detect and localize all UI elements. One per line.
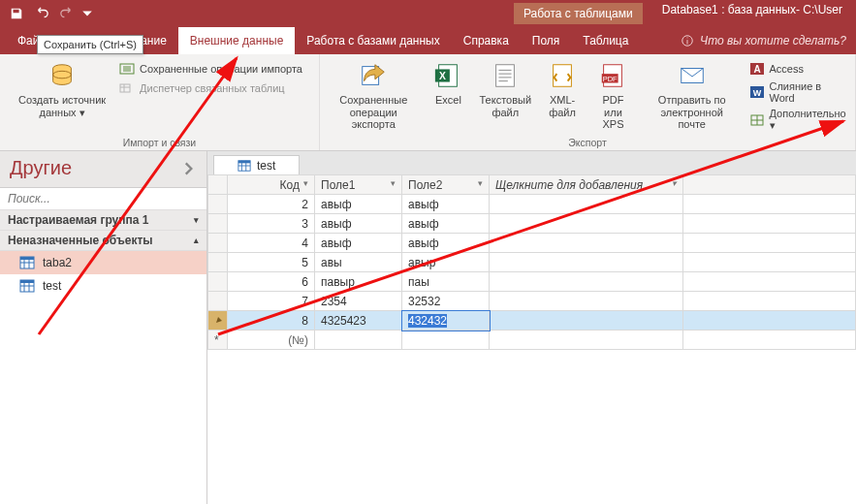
row-header[interactable]	[208, 292, 228, 311]
chevron-down-icon[interactable]: ▾	[303, 178, 308, 188]
import-group-label: Импорт и связи	[123, 135, 196, 148]
cell-id[interactable]: 7	[228, 292, 315, 311]
nav-pane-header[interactable]: Другие	[0, 151, 206, 188]
tab-fields[interactable]: Поля	[521, 27, 572, 54]
column-header-field1[interactable]: Поле1▾	[315, 175, 402, 195]
cell-field2[interactable]: авыф	[402, 195, 490, 214]
tab-external-data[interactable]: Внешние данные	[178, 27, 296, 54]
table-row[interactable]: 4авыфавыф	[208, 234, 856, 253]
export-email-button[interactable]: Отправить по электронной почте	[645, 58, 740, 133]
nav-group-custom[interactable]: Настраиваемая группа 1 ▾	[0, 210, 206, 231]
cell-spacer	[683, 272, 856, 292]
cell-empty[interactable]	[490, 292, 683, 311]
cell-empty[interactable]	[490, 272, 683, 292]
column-header-id[interactable]: Код▾	[228, 175, 315, 195]
table-row[interactable]: 2авыфавыф	[208, 195, 856, 214]
table-row[interactable]: 5авыавыр	[208, 253, 856, 272]
datasheet[interactable]: Код▾ Поле1▾ Поле2▾ Щелкните для добавлен…	[207, 174, 856, 504]
nav-item-test[interactable]: test	[0, 274, 206, 298]
nav-group-unassigned[interactable]: Неназначенные объекты ▴	[0, 231, 206, 251]
nav-search-input[interactable]	[6, 191, 201, 206]
undo-icon[interactable]	[31, 3, 52, 24]
cell-field1[interactable]: авыф	[315, 214, 402, 234]
tell-me-box[interactable]: Что вы хотите сделать?	[681, 27, 856, 54]
cell-id[interactable]: 3	[228, 214, 315, 234]
qat-customize-icon[interactable]	[81, 3, 93, 24]
export-text-button[interactable]: Текстовый файл	[475, 58, 535, 120]
tab-help[interactable]: Справка	[452, 27, 521, 54]
cell-empty[interactable]	[490, 331, 683, 350]
save-icon[interactable]	[6, 3, 27, 24]
saved-imports-button[interactable]: Сохраненные операции импорта	[117, 60, 304, 78]
cell-field1[interactable]: 4325423	[315, 311, 402, 331]
table-row[interactable]: 84325423432432	[208, 311, 856, 331]
cell-id[interactable]: (№)	[228, 331, 315, 350]
cell-empty[interactable]	[490, 234, 683, 253]
cell-field2[interactable]: авыф	[402, 234, 490, 253]
cell-field1[interactable]: авыф	[315, 234, 402, 253]
linked-table-manager-button[interactable]: Диспетчер связанных таблиц	[117, 79, 304, 97]
cell-empty[interactable]	[490, 253, 683, 272]
cell-empty[interactable]	[490, 195, 683, 214]
cell-field2[interactable]: авыр	[402, 253, 490, 272]
cell-field1[interactable]	[315, 331, 402, 350]
row-header[interactable]	[208, 253, 228, 272]
export-xml-button[interactable]: XML- файл	[543, 58, 582, 120]
export-excel-button[interactable]: X Excel	[428, 58, 467, 109]
cell-spacer	[683, 234, 856, 253]
new-row[interactable]: *(№)	[208, 331, 856, 350]
export-word-merge-button[interactable]: W Слияние в Word	[747, 79, 850, 105]
tab-table[interactable]: Таблица	[571, 27, 640, 54]
ribbon: Создать источник данных ▾ Сохраненные оп…	[0, 54, 856, 151]
nav-search-box[interactable]	[0, 188, 206, 210]
nav-item-taba2[interactable]: taba2	[0, 251, 206, 274]
row-header[interactable]	[208, 195, 228, 214]
table-row[interactable]: 3авыфавыф	[208, 214, 856, 234]
tab-file[interactable]: Файл	[6, 27, 35, 54]
cell-empty[interactable]	[490, 311, 683, 331]
cell-id[interactable]: 2	[228, 195, 315, 214]
cell-id[interactable]: 4	[228, 234, 315, 253]
cell-field1[interactable]: авы	[315, 253, 402, 272]
cell-id[interactable]: 8	[228, 311, 315, 331]
row-header[interactable]: *	[208, 331, 228, 350]
cell-empty[interactable]	[490, 214, 683, 234]
tab-database-tools[interactable]: Работа с базами данных	[295, 27, 451, 54]
table-row[interactable]: 6павырпаы	[208, 272, 856, 292]
saved-exports-button[interactable]: Сохраненные операции экспорта	[326, 58, 421, 133]
cell-field2[interactable]	[402, 331, 490, 350]
cell-field1[interactable]: павыр	[315, 272, 402, 292]
row-header[interactable]	[208, 214, 228, 234]
column-header-field2[interactable]: Поле2▾	[402, 175, 490, 195]
table-row[interactable]: 7235432532	[208, 292, 856, 311]
pdf-icon: PDF	[597, 60, 628, 91]
data-table[interactable]: Код▾ Поле1▾ Поле2▾ Щелкните для добавлен…	[207, 174, 856, 350]
row-header[interactable]	[208, 311, 228, 331]
cell-field2[interactable]: паы	[402, 272, 490, 292]
cell-field2[interactable]: авыф	[402, 214, 490, 234]
cell-spacer	[683, 311, 856, 331]
export-access-button[interactable]: A Access	[747, 60, 850, 78]
xml-icon	[547, 60, 578, 91]
export-more-button[interactable]: Дополнительно ▾	[747, 107, 850, 133]
export-pdf-button[interactable]: PDF PDF или XPS	[589, 58, 637, 133]
cell-id[interactable]: 5	[228, 253, 315, 272]
chevron-down-icon[interactable]: ▾	[391, 178, 396, 188]
chevron-down-icon[interactable]: ▾	[672, 178, 677, 188]
row-header[interactable]	[208, 234, 228, 253]
redo-icon[interactable]	[56, 3, 78, 24]
cell-field2[interactable]: 432432	[402, 311, 490, 331]
new-data-source-button[interactable]: Создать источник данных ▾	[15, 58, 110, 120]
cell-spacer	[683, 292, 856, 311]
cell-field1[interactable]: авыф	[315, 195, 402, 214]
select-all-cell[interactable]	[208, 175, 228, 195]
cell-field1[interactable]: 2354	[315, 292, 402, 311]
collapse-icon[interactable]	[179, 160, 197, 177]
chevron-down-icon[interactable]: ▾	[478, 178, 483, 188]
quick-access-toolbar	[6, 3, 93, 24]
cell-id[interactable]: 6	[228, 272, 315, 292]
cell-field2[interactable]: 32532	[402, 292, 490, 311]
document-tab-test[interactable]: test	[213, 155, 300, 175]
column-header-add[interactable]: Щелкните для добавления▾	[490, 175, 683, 195]
row-header[interactable]	[208, 272, 228, 292]
